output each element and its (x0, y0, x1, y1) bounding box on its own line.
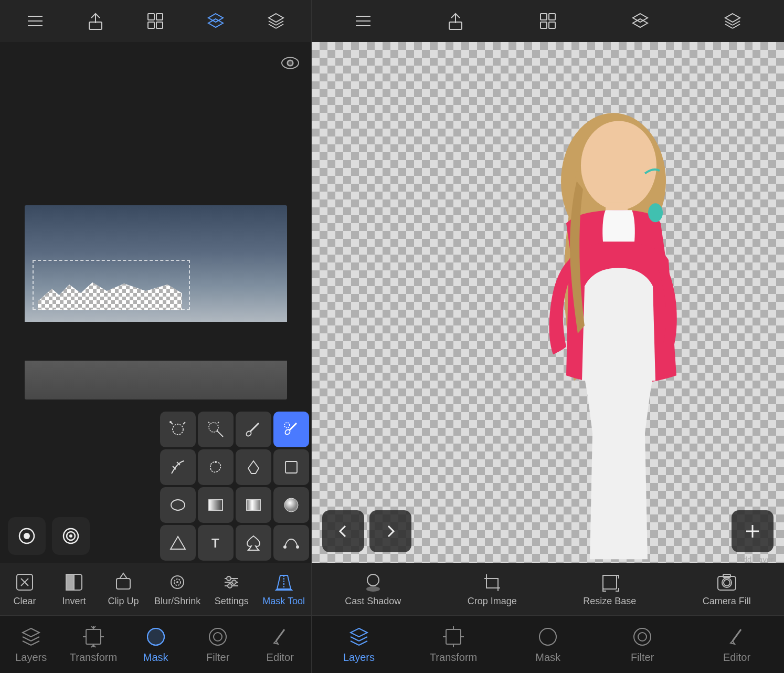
svg-line-31 (250, 423, 259, 432)
tool-grid: T (158, 409, 311, 563)
sphere-tool-btn[interactable] (273, 487, 309, 523)
left-panel: T Clear Invert Clip Up (0, 0, 312, 673)
resize-base-action[interactable]: Resize Base (583, 571, 636, 607)
linear-gradient-tool-btn[interactable] (198, 487, 234, 523)
lasso-tool-btn[interactable] (160, 412, 196, 447)
lasso2-tool-btn[interactable] (198, 449, 234, 485)
filter-tab-right[interactable]: Filter (619, 625, 666, 664)
grid-icon[interactable] (142, 8, 168, 34)
crop-image-action[interactable]: Crop Image (468, 571, 517, 607)
paintbrush-tool-btn[interactable] (236, 412, 271, 447)
right-canvas-area: Add Layer (312, 42, 784, 563)
svg-rect-41 (209, 500, 223, 510)
svg-point-43 (284, 498, 298, 512)
right-grid-icon[interactable] (535, 8, 561, 34)
canvas-nav-buttons: Add Layer (312, 510, 784, 552)
left-bottom-nav: Layers Transform Mask Filter Editor (0, 615, 311, 673)
ellipse-tool-btn[interactable] (160, 487, 196, 523)
mask-tool-action[interactable]: Mask Tool (262, 571, 305, 607)
svg-point-60 (232, 580, 236, 584)
layers-stack-icon[interactable] (203, 8, 229, 34)
svg-point-23 (173, 424, 183, 435)
smart-brush-tool-btn[interactable] (273, 412, 309, 447)
prev-next-group (322, 510, 411, 552)
svg-point-25 (169, 421, 172, 423)
eye-icon[interactable] (277, 50, 303, 76)
svg-point-96 (581, 121, 656, 211)
editor-tab[interactable]: Editor (257, 625, 304, 664)
svg-marker-122 (730, 641, 735, 644)
radial-gradient-tool-btn[interactable] (236, 487, 271, 523)
canvas-left-buttons (8, 517, 90, 555)
right-layers-stack-icon[interactable] (627, 8, 653, 34)
svg-point-75 (147, 628, 164, 645)
svg-rect-52 (116, 579, 130, 589)
svg-line-30 (218, 422, 219, 423)
text-tool-btn[interactable]: T (198, 525, 234, 561)
right-share-icon[interactable] (442, 8, 469, 34)
svg-line-27 (217, 430, 223, 437)
svg-point-76 (209, 628, 226, 645)
svg-line-26 (183, 422, 185, 424)
spade-tool-btn[interactable] (236, 525, 271, 561)
filter-tab[interactable]: Filter (194, 625, 241, 664)
right-panel: Add Layer Cast Shadow Crop Image Resize … (312, 0, 784, 673)
editor-tab-right[interactable]: Editor (713, 625, 760, 664)
menu-icon[interactable] (22, 8, 48, 34)
triangle-tool-btn[interactable] (160, 525, 196, 561)
svg-point-77 (214, 633, 222, 641)
svg-point-106 (724, 580, 730, 586)
svg-point-120 (638, 633, 647, 641)
svg-point-98 (648, 204, 663, 223)
mask-tab[interactable]: Mask (132, 625, 179, 664)
layers-tab[interactable]: Layers (7, 625, 55, 664)
svg-rect-87 (549, 22, 555, 28)
share-icon[interactable] (82, 8, 109, 34)
layers-icon[interactable] (263, 8, 289, 34)
rect-tool-btn[interactable] (273, 449, 309, 485)
curve-tool-btn[interactable] (273, 525, 309, 561)
settings-action[interactable]: Settings (213, 571, 250, 607)
transform-tab[interactable]: Transform (70, 625, 117, 664)
magic-wand-tool-btn[interactable] (198, 412, 234, 447)
mask-tab-right[interactable]: Mask (524, 625, 571, 664)
svg-marker-10 (269, 14, 283, 22)
clear-action[interactable]: Clear (6, 571, 43, 607)
add-layer-button[interactable] (732, 510, 774, 552)
svg-point-19 (24, 533, 30, 539)
clip-up-action[interactable]: Clip Up (105, 571, 142, 607)
svg-marker-9 (208, 19, 223, 27)
svg-rect-5 (156, 14, 163, 20)
blur-shrink-action[interactable]: Blur/Shrink (154, 571, 200, 607)
tool-grid-container: T (158, 409, 311, 563)
svg-point-22 (69, 534, 72, 538)
invert-action[interactable]: Invert (56, 571, 92, 607)
svg-point-102 (366, 586, 380, 592)
svg-point-118 (539, 628, 556, 645)
svg-rect-3 (89, 22, 102, 29)
gradient-tool-btn[interactable] (160, 449, 196, 485)
svg-point-47 (296, 545, 299, 549)
right-menu-icon[interactable] (350, 8, 376, 34)
canvas-btn-1[interactable] (8, 517, 46, 555)
svg-marker-88 (633, 14, 648, 22)
svg-marker-44 (171, 537, 185, 549)
layers-tab-right[interactable]: Layers (335, 625, 383, 664)
svg-point-33 (284, 423, 290, 428)
shape-tool-btn[interactable] (236, 449, 271, 485)
svg-rect-6 (148, 22, 154, 28)
transform-tab-right[interactable]: Transform (430, 625, 477, 664)
canvas-btn-2[interactable] (52, 517, 90, 555)
right-layers-icon[interactable] (719, 8, 746, 34)
svg-point-38 (215, 461, 217, 463)
left-top-toolbar (0, 0, 311, 42)
svg-line-121 (733, 629, 741, 641)
svg-rect-84 (541, 14, 547, 20)
next-button[interactable] (369, 510, 411, 552)
prev-button[interactable] (322, 510, 364, 552)
svg-rect-83 (449, 22, 462, 29)
cast-shadow-action[interactable]: Cast Shadow (345, 571, 401, 607)
camera-fill-action[interactable]: Camera Fill (703, 571, 751, 607)
svg-rect-4 (148, 14, 154, 20)
svg-line-110 (359, 637, 367, 641)
